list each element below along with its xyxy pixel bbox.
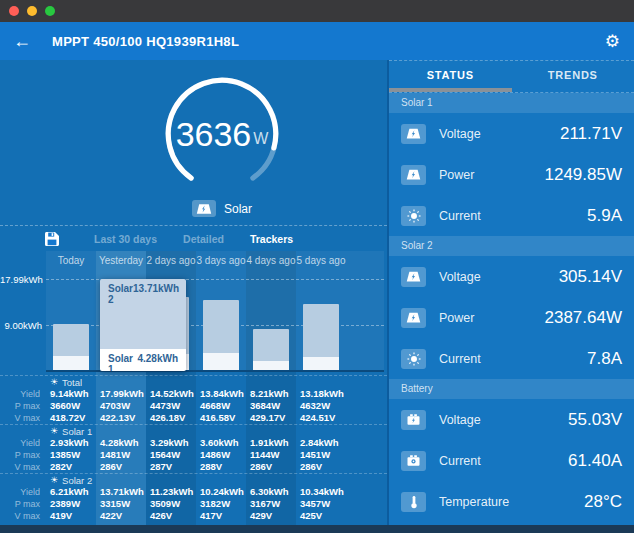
- axis-tick-label: 9.00kWh: [0, 320, 42, 331]
- day-header: 3 days ago: [196, 251, 246, 271]
- status-row: Current5.9A: [389, 195, 634, 236]
- table-section-header: ☀Total: [0, 375, 387, 388]
- save-icon[interactable]: [44, 231, 60, 247]
- tooltip-row: Solar 14.28kWh: [100, 349, 186, 371]
- history-panel: 17.99kWh9.00kWh TodayYesterday2 days ago…: [0, 251, 387, 525]
- table-cell: 418.72V: [46, 412, 96, 424]
- solar-panel-icon: [192, 200, 216, 217]
- table-cell: 3457W: [296, 498, 346, 510]
- macos-titlebar: [0, 0, 634, 22]
- bar-segment-solar2: [203, 300, 239, 352]
- solar-panel-bolt-icon: [401, 308, 426, 328]
- table-cell: 3509W: [146, 498, 196, 510]
- table-row-label: P max: [0, 449, 46, 461]
- table-cell: 2.84kWh: [296, 437, 346, 449]
- bar-segment-solar1: [203, 353, 239, 371]
- table-cell: 3.29kWh: [146, 437, 196, 449]
- table-cell: 14.52kWh: [146, 388, 196, 400]
- table-row: P max3660W4703W4473W4668W3684W4632W: [0, 400, 387, 412]
- chart-tab-last-30-days[interactable]: Last 30 days: [94, 233, 157, 245]
- tooltip-series-label: Solar 1: [108, 353, 137, 371]
- table-cell: 3.60kWh: [196, 437, 246, 449]
- table-row: Yield2.93kWh4.28kWh3.29kWh3.60kWh1.91kWh…: [0, 437, 387, 449]
- back-arrow-icon[interactable]: ←: [0, 31, 44, 52]
- solar-panel-bolt-icon: [401, 124, 426, 144]
- tooltip-series-label: Solar 2: [108, 283, 133, 305]
- table-cell: 1564W: [146, 449, 196, 461]
- solar-panel-bolt-icon: [401, 267, 426, 287]
- table-cell: 13.84kWh: [196, 388, 246, 400]
- day-header: Today: [46, 251, 96, 271]
- sun-icon: [401, 349, 426, 369]
- table-row-label: Yield: [0, 437, 46, 449]
- table-row-label: Yield: [0, 486, 46, 498]
- table-cell: 1451W: [296, 449, 346, 461]
- history-table: ☀TotalYield9.14kWh17.99kWh14.52kWh13.84k…: [0, 375, 387, 522]
- day-header: 4 days ago: [246, 251, 296, 271]
- zoom-button[interactable]: [45, 6, 55, 16]
- table-section-title: Total: [62, 376, 82, 389]
- tooltip-solar1-section: Solar 14.28kWh: [100, 349, 186, 371]
- table-cell: 429.17V: [246, 412, 296, 424]
- table-cell: 3315W: [96, 498, 146, 510]
- tooltip-row: Solar 213.71kWh: [100, 279, 186, 305]
- table-cell: 3660W: [46, 400, 96, 412]
- status-row-value: 7.8A: [587, 349, 622, 369]
- table-cell: 6.30kWh: [246, 486, 296, 498]
- bar-segment-solar1: [53, 356, 89, 371]
- status-row-label: Voltage: [439, 127, 481, 141]
- chart-tab-detailed[interactable]: Detailed: [183, 233, 224, 245]
- table-row-label: V max: [0, 412, 46, 424]
- table-cell: 17.99kWh: [96, 388, 146, 400]
- status-tab-bar: STATUSTRENDS: [389, 60, 634, 92]
- chart-bar[interactable]: [253, 329, 289, 371]
- gauge-area: 3636 W Solar: [0, 60, 387, 225]
- day-header: Yesterday: [96, 251, 146, 271]
- gridline: [46, 279, 384, 280]
- table-row: P max1385W1481W1564W1486W1144W1451W: [0, 449, 387, 461]
- app-bar: ← MPPT 450/100 HQ1939R1H8L ⚙: [0, 22, 634, 60]
- status-row-value: 211.71V: [560, 124, 622, 144]
- tab-trends[interactable]: TRENDS: [512, 61, 634, 92]
- bar-segment-solar2: [253, 329, 289, 361]
- status-row: Temperature28°C: [389, 481, 634, 522]
- table-cell: 1.91kWh: [246, 437, 296, 449]
- close-button[interactable]: [9, 6, 19, 16]
- chart-toolbar: Last 30 daysDetailedTrackers: [0, 225, 387, 251]
- table-cell: 1144W: [246, 449, 296, 461]
- gauge-unit: W: [253, 130, 268, 148]
- status-row-value: 1249.85W: [545, 165, 623, 185]
- window-bottom-strip: [0, 525, 634, 533]
- chart-bar[interactable]: [53, 324, 89, 371]
- gauge-value: 3636: [176, 115, 252, 154]
- chart-tab-trackers[interactable]: Trackers: [250, 233, 293, 245]
- table-row: Yield6.21kWh13.71kWh11.23kWh10.24kWh6.30…: [0, 486, 387, 498]
- status-row-value: 2387.64W: [545, 308, 623, 328]
- left-pane: 3636 W Solar: [0, 60, 389, 525]
- table-cell: 4.28kWh: [96, 437, 146, 449]
- bar-segment-solar2: [303, 304, 339, 357]
- status-row-value: 55.03V: [568, 410, 622, 430]
- table-section-title: Solar 2: [62, 474, 92, 487]
- table-cell: 11.23kWh: [146, 486, 196, 498]
- gear-icon[interactable]: ⚙: [605, 31, 620, 52]
- status-row-label: Power: [439, 311, 474, 325]
- table-cell: 3182W: [196, 498, 246, 510]
- tooltip-series-value: 4.28kWh: [137, 353, 178, 371]
- sun-icon: ☀: [50, 425, 58, 438]
- bar-segment-solar2: [53, 324, 89, 356]
- status-groups: Solar 1Voltage211.71VPower1249.85WCurren…: [389, 92, 634, 522]
- battery-bolt-icon: [401, 410, 426, 430]
- status-row-label: Voltage: [439, 270, 481, 284]
- status-row-value: 5.9A: [587, 206, 622, 226]
- sun-icon: ☀: [50, 474, 58, 487]
- app-window: ← MPPT 450/100 HQ1939R1H8L ⚙ 3636 W: [0, 0, 634, 533]
- chart-baseline: [46, 370, 384, 372]
- minimize-button[interactable]: [27, 6, 37, 16]
- solar-power-gauge: 3636 W: [160, 72, 284, 196]
- status-row-value: 61.40A: [568, 451, 622, 471]
- status-row: Current61.40A: [389, 440, 634, 481]
- chart-bar[interactable]: [303, 304, 339, 371]
- chart-bar[interactable]: [203, 300, 239, 371]
- table-cell: 424.51V: [296, 412, 346, 424]
